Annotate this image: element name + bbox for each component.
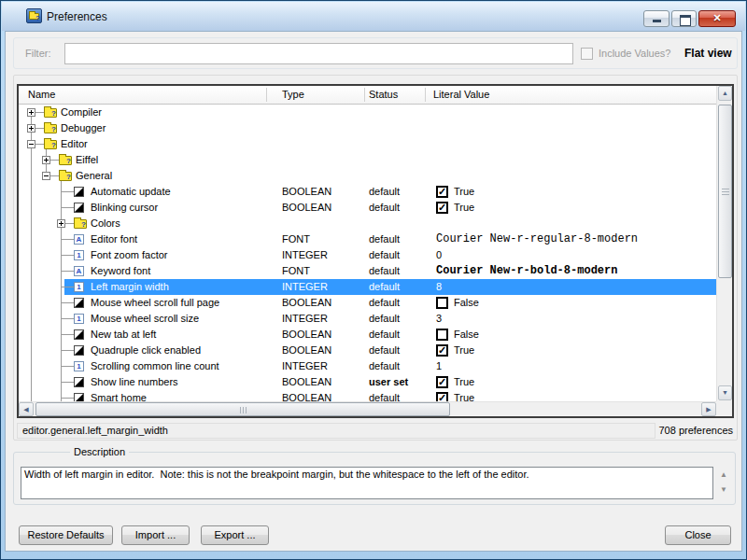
tree-row[interactable]: Mouse wheel scroll full pageBOOLEANdefau…: [19, 295, 716, 311]
preference-status: default: [369, 200, 400, 216]
value-checkbox-checked[interactable]: [436, 392, 448, 401]
tree-connector: [61, 382, 74, 383]
restore-defaults-button[interactable]: Restore Defaults: [19, 525, 113, 545]
preference-type: BOOLEAN: [282, 343, 331, 358]
import-button[interactable]: Import ...: [121, 525, 190, 545]
column-header-status[interactable]: Status: [369, 89, 398, 100]
vertical-scrollbar[interactable]: ▲ ▼: [716, 86, 732, 401]
minimize-button[interactable]: [643, 10, 669, 27]
plus-glyph: [31, 126, 32, 131]
value-checkbox-checked[interactable]: [436, 202, 448, 214]
description-text[interactable]: Width of left margin in editor. Note: th…: [21, 467, 713, 499]
description-label: Description: [70, 446, 129, 457]
tree-row[interactable]: AKeyword fontFONTdefaultCourier New-r-bo…: [19, 263, 716, 279]
boolean-icon: [74, 187, 84, 197]
include-values-checkbox[interactable]: [581, 48, 593, 60]
preference-status: user set: [369, 374, 408, 390]
column-header-name[interactable]: Name: [28, 89, 55, 100]
preference-value: 3: [436, 311, 442, 327]
preference-name: Eiffel: [76, 152, 98, 168]
export-button[interactable]: Export ...: [201, 525, 269, 545]
value-checkbox-checked[interactable]: [436, 186, 448, 198]
scroll-left-button[interactable]: ◀: [19, 402, 34, 416]
preferences-tree-table[interactable]: Name Type Status Literal Value CompilerD…: [17, 84, 734, 418]
tree-row[interactable]: Editor: [19, 136, 716, 152]
plus-glyph: [31, 110, 32, 115]
horizontal-scrollbar[interactable]: ◀ ▶: [19, 401, 716, 416]
preference-status: default: [369, 247, 400, 263]
value-checkbox-checked[interactable]: [436, 376, 448, 388]
preference-name: Editor: [61, 136, 88, 152]
tree-row[interactable]: Smart homeBOOLEANdefaultTrue: [19, 390, 716, 401]
column-divider[interactable]: [425, 88, 426, 102]
tree-row[interactable]: Blinking cursorBOOLEANdefaultTrue: [19, 200, 716, 216]
expand-icon[interactable]: [27, 108, 35, 117]
titlebar[interactable]: ? Preferences: [2, 2, 745, 31]
preference-name: Editor font: [91, 231, 137, 247]
value-label: False: [454, 295, 479, 311]
tree-row[interactable]: Show line numbersBOOLEANuser setTrue: [19, 374, 716, 390]
preferences-window: ? Preferences Filter: Include Values? Fl…: [0, 0, 747, 560]
minus-glyph: [44, 175, 49, 176]
column-header-literal-value[interactable]: Literal Value: [433, 89, 489, 100]
preference-type: INTEGER: [282, 358, 328, 374]
filter-input[interactable]: [64, 43, 573, 64]
maximize-button[interactable]: [671, 10, 697, 27]
tree-row[interactable]: 1Mouse wheel scroll sizeINTEGERdefault3: [19, 311, 716, 327]
value-checkbox-unchecked[interactable]: [436, 297, 448, 309]
preference-type: BOOLEAN: [282, 327, 331, 343]
description-scroll-arrows[interactable]: ▲ ▼: [717, 469, 730, 498]
tree-row[interactable]: 1Left margin widthINTEGERdefault8: [19, 279, 716, 295]
description-scroll-up-icon[interactable]: ▲: [717, 469, 730, 483]
description-scroll-down-icon[interactable]: ▼: [717, 483, 730, 498]
tree-row[interactable]: 1Font zoom factorINTEGERdefault0: [19, 247, 716, 263]
filter-label: Filter:: [25, 48, 51, 59]
preference-name: Automatic update: [91, 184, 171, 200]
horizontal-scroll-thumb[interactable]: [35, 402, 450, 416]
preference-status: default: [369, 231, 400, 247]
column-header-type[interactable]: Type: [282, 89, 304, 100]
tree-connector: [50, 175, 59, 176]
expand-icon[interactable]: [42, 156, 50, 164]
tree-row[interactable]: General: [19, 168, 716, 184]
selected-preference-path: editor.general.left_margin_width: [17, 423, 655, 439]
preference-name: Left margin width: [91, 279, 169, 295]
scroll-up-button[interactable]: ▲: [718, 86, 732, 101]
tree-row[interactable]: 1Scrolling common line countINTEGERdefau…: [19, 358, 716, 374]
vertical-scroll-thumb[interactable]: [718, 105, 732, 278]
tree-row[interactable]: Compiler: [19, 105, 716, 120]
tree-row[interactable]: Automatic updateBOOLEANdefaultTrue: [19, 184, 716, 200]
preference-type: INTEGER: [282, 311, 328, 327]
scrollbar-corner: [716, 401, 732, 416]
preference-type: BOOLEAN: [282, 374, 331, 390]
preference-status: default: [369, 343, 400, 358]
collapse-icon[interactable]: [42, 172, 50, 180]
scroll-down-button[interactable]: ▼: [718, 385, 732, 400]
close-window-button[interactable]: [698, 10, 736, 27]
tree-row[interactable]: AEditor fontFONTdefaultCourier New-r-reg…: [19, 231, 716, 247]
flat-view-button[interactable]: Flat view: [684, 47, 732, 60]
close-button[interactable]: Close: [665, 525, 731, 545]
preference-name: Blinking cursor: [91, 200, 158, 216]
tree-row[interactable]: Debugger: [19, 120, 716, 136]
value-checkbox-checked[interactable]: [436, 344, 448, 357]
expand-icon[interactable]: [27, 124, 35, 133]
column-divider[interactable]: [266, 88, 267, 102]
tree-row[interactable]: Eiffel: [19, 152, 716, 168]
tree-row[interactable]: Colors: [19, 216, 716, 231]
column-divider[interactable]: [364, 88, 365, 102]
collapse-icon[interactable]: [27, 140, 35, 148]
tree-row[interactable]: Quadruple click enabledBOOLEANdefaultTru…: [19, 343, 716, 358]
preferences-folder-icon: ?: [26, 8, 42, 23]
scroll-right-button[interactable]: ▶: [701, 402, 716, 416]
preference-name: Font zoom factor: [91, 247, 168, 263]
preference-status: default: [369, 327, 400, 343]
tree-connector: [35, 128, 44, 129]
table-header[interactable]: Name Type Status Literal Value: [19, 86, 716, 105]
description-group: Description Width of left margin in edit…: [13, 452, 736, 505]
value-checkbox-unchecked[interactable]: [436, 329, 448, 341]
tree-row[interactable]: New tab at leftBOOLEANdefaultFalse: [19, 327, 716, 343]
value-label: True: [454, 200, 474, 216]
expand-icon[interactable]: [57, 219, 65, 228]
tree-connector: [61, 271, 74, 272]
